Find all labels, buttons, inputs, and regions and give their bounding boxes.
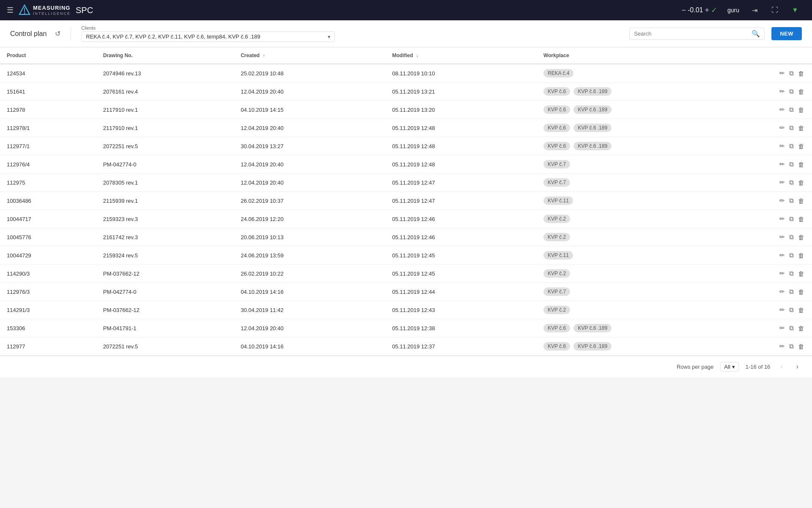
edit-button[interactable]: ✏ [779,305,786,315]
delete-button[interactable]: 🗑 [797,87,805,96]
delete-button[interactable]: 🗑 [797,233,805,242]
delete-button[interactable]: 🗑 [797,160,805,169]
delete-button[interactable]: 🗑 [797,105,805,114]
edit-button[interactable]: ✏ [779,141,786,151]
username[interactable]: guru [722,7,744,14]
cell-actions: ✏ ⧉ 🗑 [743,119,812,137]
edit-button[interactable]: ✏ [779,196,786,205]
edit-button[interactable]: ✏ [779,269,786,278]
copy-button[interactable]: ⧉ [788,87,795,96]
next-page-button[interactable]: › [793,361,802,372]
table-row: 112978 2117910 rev.1 04.10.2019 14:15 05… [0,101,812,119]
cell-modified: 05.11.2019 12:48 [385,119,537,137]
logo: MEASURING INTELLIGENCE SPC [19,4,93,16]
edit-button[interactable]: ✏ [779,287,786,296]
minus-icon[interactable]: − [681,6,686,15]
edit-button[interactable]: ✏ [779,251,786,260]
copy-button[interactable]: ⧉ [788,269,795,278]
search-input[interactable] [634,30,752,37]
edit-button[interactable]: ✏ [779,160,786,169]
edit-button[interactable]: ✏ [779,105,786,114]
delete-button[interactable]: 🗑 [797,215,805,224]
cell-modified: 05.11.2019 12:47 [385,192,537,210]
copy-button[interactable]: ⧉ [788,214,795,224]
workplace-badge: KVP č.2 [543,269,570,278]
cell-modified: 05.11.2019 12:48 [385,137,537,155]
cell-workplace: KVP č.6KVP č.6 .189 [537,137,743,155]
copy-button[interactable]: ⧉ [788,141,795,151]
workplace-badge: KVP č.7 [543,160,570,168]
cell-created: 12.04.2019 20:40 [234,319,385,337]
delete-button[interactable]: 🗑 [797,124,805,133]
copy-button[interactable]: ⧉ [788,178,795,187]
prev-page-button[interactable]: ‹ [777,361,786,372]
table-row: 10044717 2159323 rev.3 24.06.2019 12:20 … [0,210,812,228]
rows-per-page-select[interactable]: All ▾ [720,362,738,372]
copy-button[interactable]: ⧉ [788,251,795,260]
edit-button[interactable]: ✏ [779,69,786,78]
cell-modified: 05.11.2019 12:43 [385,301,537,319]
workplace-badge: KVP č.6 .189 [573,124,612,132]
col-header-modified[interactable]: Modified ↓ [385,47,537,64]
logout-icon[interactable]: ⇥ [744,0,765,20]
copy-button[interactable]: ⧉ [788,342,795,351]
col-header-product[interactable]: Product [0,47,96,64]
col-header-workplace[interactable]: Workplace [537,47,743,64]
col-header-drawing[interactable]: Drawing No. [96,47,234,64]
cell-modified: 05.11.2019 13:20 [385,101,537,119]
user-status-icon[interactable]: ▼ [785,0,805,20]
edit-button[interactable]: ✏ [779,123,786,133]
cell-drawing: 2072251 rev.5 [96,337,234,356]
cell-workplace: KVP č.7 [537,155,743,174]
search-icon[interactable]: 🔍 [752,30,760,38]
delete-button[interactable]: 🗑 [797,324,805,333]
refresh-button[interactable]: ↺ [55,30,60,38]
hamburger-menu[interactable]: ☰ [7,6,14,15]
table-row: 112977/1 2072251 rev.5 30.04.2019 13:27 … [0,137,812,155]
edit-button[interactable]: ✏ [779,342,786,351]
edit-button[interactable]: ✏ [779,214,786,224]
plus-icon[interactable]: + [705,6,709,15]
workplace-badge: REKA č.4 [543,69,573,77]
delete-button[interactable]: 🗑 [797,196,805,205]
new-button[interactable]: NEW [771,27,802,40]
cell-modified: 05.11.2019 12:45 [385,246,537,265]
copy-button[interactable]: ⧉ [788,287,795,296]
clients-dropdown[interactable]: REKA č.4, KVP č.7, KVP č.2, KVP č.11, KV… [81,31,335,42]
cell-drawing: PM-042774-0 [96,155,234,174]
score-display: − -0.01 + ✓ [676,6,722,15]
delete-button[interactable]: 🗑 [797,342,805,351]
cell-drawing: 2159323 rev.3 [96,210,234,228]
copy-button[interactable]: ⧉ [788,105,795,114]
copy-button[interactable]: ⧉ [788,232,795,242]
copy-button[interactable]: ⧉ [788,305,795,315]
delete-button[interactable]: 🗑 [797,251,805,260]
delete-button[interactable]: 🗑 [797,69,805,78]
cell-product: 112977 [0,337,96,356]
copy-button[interactable]: ⧉ [788,123,795,133]
delete-button[interactable]: 🗑 [797,269,805,278]
copy-button[interactable]: ⧉ [788,323,795,333]
delete-button[interactable]: 🗑 [797,287,805,296]
fullscreen-icon[interactable]: ⛶ [765,0,785,20]
cell-actions: ✏ ⧉ 🗑 [743,337,812,356]
edit-button[interactable]: ✏ [779,87,786,96]
delete-button[interactable]: 🗑 [797,306,805,315]
col-header-created[interactable]: Created ↑ [234,47,385,64]
delete-button[interactable]: 🗑 [797,142,805,151]
cell-product: 151641 [0,83,96,101]
copy-button[interactable]: ⧉ [788,160,795,169]
cell-modified: 05.11.2019 12:46 [385,228,537,246]
delete-button[interactable]: 🗑 [797,178,805,187]
edit-button[interactable]: ✏ [779,178,786,187]
copy-button[interactable]: ⧉ [788,196,795,205]
cell-actions: ✏ ⧉ 🗑 [743,137,812,155]
cell-drawing: 2076161 rev.4 [96,83,234,101]
cell-drawing: PM-037662-12 [96,265,234,283]
cell-created: 04.10.2019 14:15 [234,101,385,119]
edit-button[interactable]: ✏ [779,323,786,333]
copy-button[interactable]: ⧉ [788,69,795,78]
check-icon[interactable]: ✓ [711,6,717,15]
edit-button[interactable]: ✏ [779,232,786,242]
workplace-badge: KVP č.2 [543,215,570,223]
